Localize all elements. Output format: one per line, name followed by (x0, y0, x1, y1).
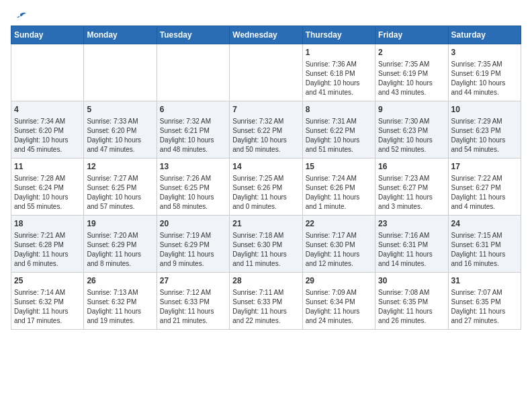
day-info: Sunrise: 7:08 AM Sunset: 6:35 PM Dayligh… (378, 288, 445, 326)
col-header-wednesday: Wednesday (230, 26, 302, 44)
day-info: Sunrise: 7:07 AM Sunset: 6:35 PM Dayligh… (451, 288, 518, 326)
day-info: Sunrise: 7:32 AM Sunset: 6:22 PM Dayligh… (232, 117, 299, 154)
calendar-cell: 2Sunrise: 7:35 AM Sunset: 6:19 PM Daylig… (375, 44, 448, 101)
day-number: 28 (232, 275, 299, 287)
col-header-sunday: Sunday (11, 26, 84, 44)
calendar-cell: 7Sunrise: 7:32 AM Sunset: 6:22 PM Daylig… (230, 101, 302, 158)
calendar-cell: 8Sunrise: 7:31 AM Sunset: 6:22 PM Daylig… (302, 101, 375, 158)
calendar-cell: 25Sunrise: 7:14 AM Sunset: 6:32 PM Dayli… (11, 273, 84, 330)
calendar-cell (84, 44, 157, 101)
day-info: Sunrise: 7:22 AM Sunset: 6:27 PM Dayligh… (451, 174, 518, 212)
calendar-cell: 5Sunrise: 7:33 AM Sunset: 6:20 PM Daylig… (84, 101, 157, 158)
day-number: 26 (87, 275, 153, 287)
day-info: Sunrise: 7:33 AM Sunset: 6:20 PM Dayligh… (87, 117, 153, 154)
day-info: Sunrise: 7:27 AM Sunset: 6:25 PM Dayligh… (87, 174, 153, 212)
calendar-week-5: 25Sunrise: 7:14 AM Sunset: 6:32 PM Dayli… (11, 273, 521, 330)
day-number: 17 (451, 161, 518, 173)
day-info: Sunrise: 7:16 AM Sunset: 6:31 PM Dayligh… (378, 231, 445, 269)
calendar-cell: 12Sunrise: 7:27 AM Sunset: 6:25 PM Dayli… (84, 158, 157, 216)
day-info: Sunrise: 7:18 AM Sunset: 6:30 PM Dayligh… (232, 231, 299, 269)
calendar-cell: 1Sunrise: 7:36 AM Sunset: 6:18 PM Daylig… (302, 44, 375, 101)
calendar-week-1: 1Sunrise: 7:36 AM Sunset: 6:18 PM Daylig… (11, 44, 521, 101)
page-header (11, 11, 521, 19)
calendar-cell: 19Sunrise: 7:20 AM Sunset: 6:29 PM Dayli… (84, 216, 157, 273)
day-info: Sunrise: 7:28 AM Sunset: 6:24 PM Dayligh… (14, 174, 81, 212)
day-number: 1 (306, 47, 372, 58)
col-header-monday: Monday (84, 26, 157, 44)
calendar-cell: 29Sunrise: 7:09 AM Sunset: 6:34 PM Dayli… (302, 273, 375, 330)
day-number: 30 (378, 275, 445, 287)
calendar-cell: 24Sunrise: 7:15 AM Sunset: 6:31 PM Dayli… (448, 216, 521, 273)
calendar-cell: 9Sunrise: 7:30 AM Sunset: 6:23 PM Daylig… (375, 101, 448, 158)
day-info: Sunrise: 7:24 AM Sunset: 6:26 PM Dayligh… (306, 174, 372, 212)
calendar-cell: 23Sunrise: 7:16 AM Sunset: 6:31 PM Dayli… (375, 216, 448, 273)
day-info: Sunrise: 7:11 AM Sunset: 6:33 PM Dayligh… (232, 288, 299, 326)
calendar-cell: 13Sunrise: 7:26 AM Sunset: 6:25 PM Dayli… (157, 158, 229, 216)
day-number: 10 (451, 104, 518, 116)
day-info: Sunrise: 7:29 AM Sunset: 6:23 PM Dayligh… (451, 117, 518, 154)
day-number: 21 (232, 218, 299, 230)
calendar-table: SundayMondayTuesdayWednesdayThursdayFrid… (11, 26, 521, 330)
day-info: Sunrise: 7:35 AM Sunset: 6:19 PM Dayligh… (378, 60, 445, 97)
calendar-cell: 31Sunrise: 7:07 AM Sunset: 6:35 PM Dayli… (448, 273, 521, 330)
day-number: 19 (87, 218, 153, 230)
day-info: Sunrise: 7:09 AM Sunset: 6:34 PM Dayligh… (306, 288, 372, 326)
day-info: Sunrise: 7:15 AM Sunset: 6:31 PM Dayligh… (451, 231, 518, 269)
day-number: 13 (160, 161, 226, 173)
calendar-cell: 15Sunrise: 7:24 AM Sunset: 6:26 PM Dayli… (302, 158, 375, 216)
logo (11, 11, 27, 19)
calendar-week-2: 4Sunrise: 7:34 AM Sunset: 6:20 PM Daylig… (11, 101, 521, 158)
day-number: 18 (14, 218, 81, 230)
day-info: Sunrise: 7:23 AM Sunset: 6:27 PM Dayligh… (378, 174, 445, 212)
col-header-thursday: Thursday (302, 26, 375, 44)
calendar-week-4: 18Sunrise: 7:21 AM Sunset: 6:28 PM Dayli… (11, 216, 521, 273)
calendar-cell (230, 44, 302, 101)
day-number: 27 (160, 275, 226, 287)
calendar-cell (157, 44, 229, 101)
day-info: Sunrise: 7:26 AM Sunset: 6:25 PM Dayligh… (160, 174, 226, 212)
day-number: 31 (451, 275, 518, 287)
calendar-cell: 10Sunrise: 7:29 AM Sunset: 6:23 PM Dayli… (448, 101, 521, 158)
day-info: Sunrise: 7:36 AM Sunset: 6:18 PM Dayligh… (306, 60, 372, 97)
day-number: 23 (378, 218, 445, 230)
calendar-cell: 30Sunrise: 7:08 AM Sunset: 6:35 PM Dayli… (375, 273, 448, 330)
calendar-cell: 27Sunrise: 7:12 AM Sunset: 6:33 PM Dayli… (157, 273, 229, 330)
day-number: 11 (14, 161, 81, 173)
day-number: 25 (14, 275, 81, 287)
calendar-cell: 17Sunrise: 7:22 AM Sunset: 6:27 PM Dayli… (448, 158, 521, 216)
day-info: Sunrise: 7:31 AM Sunset: 6:22 PM Dayligh… (306, 117, 372, 154)
day-info: Sunrise: 7:17 AM Sunset: 6:30 PM Dayligh… (306, 231, 372, 269)
day-info: Sunrise: 7:35 AM Sunset: 6:19 PM Dayligh… (451, 60, 518, 97)
calendar-cell: 18Sunrise: 7:21 AM Sunset: 6:28 PM Dayli… (11, 216, 84, 273)
day-number: 2 (378, 47, 445, 58)
day-info: Sunrise: 7:14 AM Sunset: 6:32 PM Dayligh… (14, 288, 81, 326)
calendar-cell: 14Sunrise: 7:25 AM Sunset: 6:26 PM Dayli… (230, 158, 302, 216)
day-number: 15 (306, 161, 372, 173)
day-number: 7 (232, 104, 299, 116)
calendar-cell: 21Sunrise: 7:18 AM Sunset: 6:30 PM Dayli… (230, 216, 302, 273)
calendar-cell: 26Sunrise: 7:13 AM Sunset: 6:32 PM Dayli… (84, 273, 157, 330)
col-header-tuesday: Tuesday (157, 26, 229, 44)
day-number: 22 (306, 218, 372, 230)
day-info: Sunrise: 7:21 AM Sunset: 6:28 PM Dayligh… (14, 231, 81, 269)
calendar-cell: 16Sunrise: 7:23 AM Sunset: 6:27 PM Dayli… (375, 158, 448, 216)
col-header-friday: Friday (375, 26, 448, 44)
day-number: 14 (232, 161, 299, 173)
day-number: 6 (160, 104, 226, 116)
calendar-cell: 4Sunrise: 7:34 AM Sunset: 6:20 PM Daylig… (11, 101, 84, 158)
day-number: 5 (87, 104, 153, 116)
day-info: Sunrise: 7:13 AM Sunset: 6:32 PM Dayligh… (87, 288, 153, 326)
calendar-cell (11, 44, 84, 101)
day-number: 12 (87, 161, 153, 173)
calendar-cell: 22Sunrise: 7:17 AM Sunset: 6:30 PM Dayli… (302, 216, 375, 273)
day-number: 9 (378, 104, 445, 116)
day-info: Sunrise: 7:32 AM Sunset: 6:21 PM Dayligh… (160, 117, 226, 154)
day-info: Sunrise: 7:19 AM Sunset: 6:29 PM Dayligh… (160, 231, 226, 269)
day-number: 16 (378, 161, 445, 173)
day-number: 24 (451, 218, 518, 230)
calendar-cell: 28Sunrise: 7:11 AM Sunset: 6:33 PM Dayli… (230, 273, 302, 330)
day-info: Sunrise: 7:20 AM Sunset: 6:29 PM Dayligh… (87, 231, 153, 269)
day-number: 8 (306, 104, 372, 116)
calendar-header: SundayMondayTuesdayWednesdayThursdayFrid… (11, 26, 521, 44)
day-number: 3 (451, 47, 518, 58)
